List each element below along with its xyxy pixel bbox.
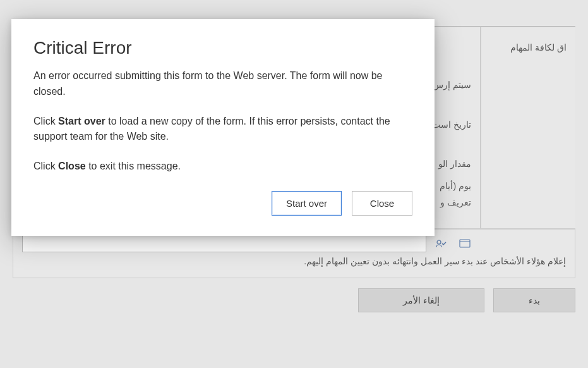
start-button[interactable]: بدء	[493, 288, 575, 312]
start-over-button[interactable]: Start over	[272, 191, 342, 216]
cancel-button[interactable]: إلغاء الأمر	[358, 288, 484, 312]
addressbook-icon[interactable]	[455, 236, 474, 250]
people-picker-input[interactable]	[22, 235, 426, 252]
dialog-para-1: An error occurred submitting this form t…	[33, 68, 412, 100]
check-user-icon[interactable]	[431, 236, 450, 250]
dialog-title: Critical Error	[33, 38, 412, 58]
dialog-actions: Start over Close	[33, 191, 412, 216]
svg-rect-0	[460, 240, 470, 247]
bg-people-section: إعلام هؤلاء الأشخاص عند بدء سير العمل وا…	[13, 229, 575, 278]
bg-right-col-label: اق لكافة المهام	[490, 42, 567, 52]
svg-point-2	[437, 240, 441, 244]
dialog-para-3: Click Close to exit this message.	[33, 159, 412, 175]
error-dialog: Critical Error An error occurred submitt…	[11, 19, 435, 236]
bg-people-caption: إعلام هؤلاء الأشخاص عند بدء سير العمل وا…	[22, 256, 566, 266]
bg-right-col: اق لكافة المهام	[481, 27, 575, 229]
bg-people-row	[22, 235, 566, 252]
dialog-para-2: Click Start over to load a new copy of t…	[33, 114, 412, 145]
bg-button-row: بدء إلغاء الأمر	[13, 278, 575, 312]
close-button[interactable]: Close	[352, 191, 412, 216]
dialog-body: An error occurred submitting this form t…	[33, 68, 412, 175]
